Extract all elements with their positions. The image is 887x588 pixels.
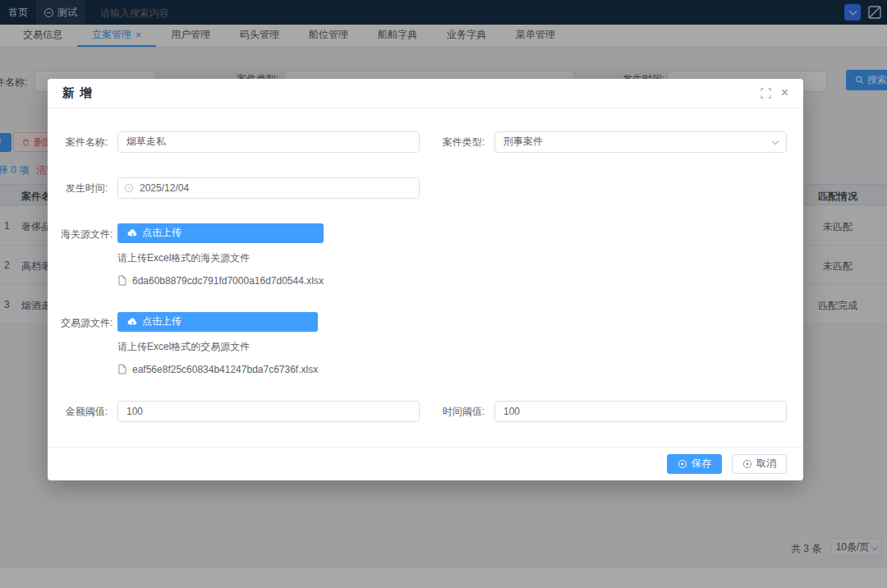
cancel-button[interactable]: 取消 [732, 454, 787, 474]
trade-upload-tip: 请上传Excel格式的交易源文件 [117, 340, 318, 354]
dialog-title: 新 增 [62, 85, 93, 101]
save-button[interactable]: 保存 [667, 454, 722, 474]
occur-time-input[interactable] [117, 177, 420, 199]
save-button-label: 保存 [692, 457, 711, 471]
form-row: 海关源文件: 点击上传 请上传Excel格式的海关源文件 6da60b8879c… [61, 223, 787, 287]
cloud-upload-icon [127, 228, 138, 237]
dialog-footer: 保存 取消 [48, 447, 803, 480]
circle-icon [742, 459, 752, 469]
close-icon[interactable]: × [781, 86, 788, 99]
dialog-body: 案件名称: 案件类型: 刑事案件 发生时间: 海关源文件: [48, 108, 803, 447]
fullscreen-icon[interactable] [761, 88, 771, 99]
time-threshold-input[interactable] [494, 401, 787, 422]
customs-upload-button[interactable]: 点击上传 [117, 223, 324, 243]
clock-icon [124, 183, 134, 193]
form-row: 交易源文件: 点击上传 请上传Excel格式的交易源文件 eaf56e8f25c… [61, 312, 787, 375]
circle-icon [678, 459, 687, 469]
customs-file-name: 6da60b8879cdc791fd7000a16d7d0544.xlsx [132, 275, 324, 287]
customs-file-item[interactable]: 6da60b8879cdc791fd7000a16d7d0544.xlsx [117, 275, 324, 287]
document-icon [117, 275, 127, 286]
cloud-upload-icon [127, 317, 138, 326]
dialog-tools: × [761, 86, 788, 99]
form-row: 案件名称: 案件类型: 刑事案件 [61, 131, 787, 153]
amount-threshold-label: 金额阈值: [61, 401, 108, 422]
trade-file-item[interactable]: eaf56e8f25c60834b41247bda7c6736f.xlsx [117, 364, 318, 375]
amount-threshold-input[interactable] [117, 401, 420, 422]
case-type-select[interactable]: 刑事案件 [494, 131, 787, 153]
cancel-button-label: 取消 [756, 457, 776, 471]
trade-upload-block: 点击上传 请上传Excel格式的交易源文件 eaf56e8f25c60834b4… [117, 312, 318, 375]
upload-button-label: 点击上传 [142, 315, 182, 328]
form-row: 发生时间: [61, 177, 787, 199]
chevron-down-icon [772, 138, 779, 145]
trade-file-name: eaf56e8f25c60834b41247bda7c6736f.xlsx [132, 364, 318, 375]
occur-time-label: 发生时间: [61, 177, 108, 199]
case-type-label: 案件类型: [438, 131, 485, 153]
add-case-dialog: 新 增 × 案件名称: 案件类型: 刑事案件 [48, 79, 803, 480]
trade-file-label: 交易源文件: [61, 312, 108, 333]
case-name-label: 案件名称: [61, 131, 108, 153]
case-type-value: 刑事案件 [503, 135, 543, 149]
trade-upload-button[interactable]: 点击上传 [117, 312, 318, 332]
case-name-input[interactable] [117, 131, 420, 153]
customs-upload-block: 点击上传 请上传Excel格式的海关源文件 6da60b8879cdc791fd… [117, 223, 324, 287]
time-threshold-label: 时间阈值: [438, 401, 485, 422]
document-icon [117, 364, 127, 374]
dialog-header: 新 增 × [48, 79, 803, 108]
upload-button-label: 点击上传 [142, 226, 182, 240]
form-row: 金额阈值: 时间阈值: [61, 401, 787, 422]
date-picker [117, 177, 420, 199]
app-window: 首页 测试 交易信息 立案管理 × 用户管理 码头管理 船位管理 船舶字典 业务… [0, 0, 887, 588]
customs-file-label: 海关源文件: [61, 223, 108, 245]
customs-upload-tip: 请上传Excel格式的海关源文件 [117, 251, 324, 265]
